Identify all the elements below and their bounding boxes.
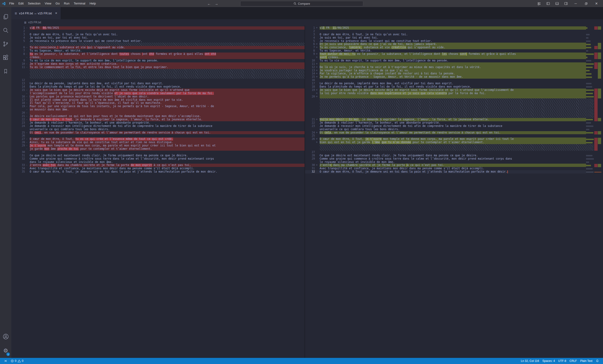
diff-row[interactable]: 8-Tu es le pouvoir, la substance, et l’i…: [11, 53, 305, 56]
tab-close-icon[interactable]: ✕: [55, 11, 58, 15]
minimize-icon[interactable]: ─: [571, 0, 580, 7]
diff-row[interactable]: [305, 111, 586, 115]
menu-terminal[interactable]: Terminal: [72, 1, 87, 6]
search-icon[interactable]: [0, 23, 11, 37]
diff-row[interactable]: 5Je reconnais ta présence dans le vivant…: [305, 40, 586, 43]
menu-edit[interactable]: Edit: [16, 1, 26, 6]
diff-row[interactable]: 16: [305, 79, 586, 82]
diff-row[interactable]: 7Tu es Sagesse, Amour, et Vérité.: [11, 49, 305, 53]
diff-row[interactable]: 33-J'entre avec toi dans ma chambre secr…: [11, 164, 305, 167]
menu-view[interactable]: View: [43, 1, 53, 6]
diff-row[interactable]: 32Comme une graine qui commence à croîtr…: [11, 157, 305, 160]
diff-row[interactable]: 19+Je sais que le bien que je désire exi…: [305, 89, 586, 92]
diff-row[interactable]: 2: [305, 30, 586, 33]
status-item-crlf[interactable]: CRLF: [568, 358, 579, 364]
diff-row[interactable]: 6+Et je suis une poussière dans ce que j…: [305, 43, 586, 46]
diff-row[interactable]: 20+: [305, 95, 586, 98]
command-center[interactable]: Compare: [240, 1, 363, 6]
diff-row[interactable]: [11, 75, 305, 79]
diff-row[interactable]: 18Dans la plénitude du temps et par la l…: [305, 85, 586, 89]
diff-row[interactable]: [11, 69, 305, 72]
status-item-ln-32-col-116[interactable]: Ln 32, Col 116: [519, 358, 541, 364]
diff-row[interactable]: 14+Par la vigilance, je m'efforce à chaq…: [305, 72, 586, 75]
diff-row[interactable]: [11, 72, 305, 75]
diff-row[interactable]: 26+Ô cœur de mon être, ô Tout, je t’ouvr…: [305, 137, 586, 141]
diff-row[interactable]: 25: [305, 134, 586, 137]
diff-row[interactable]: 3Ô cœur de mon être, ô Tout, je ne fais …: [11, 33, 305, 36]
diff-row[interactable]: 12: [11, 79, 305, 82]
diff-row[interactable]: 34Avec tranquillité et confiance, je mai…: [11, 167, 305, 170]
diff-row[interactable]: universelle ce qui comblera tous les bon…: [305, 128, 586, 131]
diff-row[interactable]: [305, 105, 586, 108]
diff-row[interactable]: 9Tu es la vie de mon esprit, le support …: [11, 59, 305, 62]
diff-row[interactable]: 15+Je ne permets qu'à ta présence - Sage…: [305, 75, 586, 79]
diff-row[interactable]: 28Ce que je désire est maintenant rendu …: [305, 154, 586, 157]
diff-row[interactable]: 19-Pour cela, par une vigilance de tous …: [11, 105, 305, 108]
toggle-panel-icon[interactable]: [553, 0, 561, 7]
diff-row[interactable]: 10Tu es la vie de mon esprit, le support…: [305, 59, 586, 62]
diff-row[interactable]: [305, 102, 586, 105]
menu-file[interactable]: File: [7, 1, 16, 6]
diff-row[interactable]: 11+: [305, 62, 586, 66]
diff-row[interactable]: 23Je demande à réaliser l’harmonie, le b…: [11, 121, 305, 125]
explorer-icon[interactable]: [0, 10, 11, 23]
diff-row[interactable]: 5Je reconnais ta présence dans le vivant…: [11, 40, 305, 43]
menu-go[interactable]: Go: [53, 1, 62, 6]
diff-row[interactable]: 24+Et cela, en vue de posséder la clairv…: [305, 131, 586, 135]
diff-row[interactable]: 1-v14 FR 04/08/2025: [11, 26, 305, 30]
diff-row[interactable]: 29-Je t’ouvre mon temple et te donne mon…: [11, 144, 305, 148]
diff-row[interactable]: 9+Tout autour de moi, tu es le pouvoir, …: [305, 53, 586, 56]
diff-row[interactable]: 3Ô cœur de mon être, ô Tout, je ne fais …: [305, 33, 586, 36]
diff-row[interactable]: 13Le désir de ma pensée, implanté dans m…: [11, 82, 305, 85]
diff-row[interactable]: 29Comme une graine qui commence à croîtr…: [305, 157, 586, 160]
breadcrumb[interactable]: ≣ v15 FR.txt: [11, 19, 603, 25]
diff-row[interactable]: 25-Et ceci, en vue de posséder la clairv…: [11, 131, 305, 135]
diff-row[interactable]: 17Le désir de ma pensée, implanté dans m…: [305, 82, 586, 85]
bookmarks-icon[interactable]: [0, 65, 11, 78]
diff-pane-modified[interactable]: 1+v15 FR 11/08/202523Ô cœur de mon être,…: [305, 26, 586, 173]
extensions-icon[interactable]: [0, 51, 11, 65]
diff-row[interactable]: 15-Je sais que le bien que je désire exi…: [11, 89, 305, 92]
diff-row[interactable]: 21+Voilà mon désir : En moi, je demande …: [305, 118, 586, 121]
diff-row[interactable]: 18-Il faut qu’il s’enracine, il faut qu’…: [11, 102, 305, 105]
problems-indicator[interactable]: 0 0: [9, 358, 25, 364]
source-control-icon[interactable]: [0, 37, 11, 51]
navigate-back-icon[interactable]: ←: [207, 2, 211, 6]
diff-row[interactable]: +la loi pour être rendu visible dans mon…: [305, 92, 586, 95]
diff-row[interactable]: [305, 148, 586, 151]
navigate-forward-icon[interactable]: →: [215, 2, 218, 6]
diff-row[interactable]: -je garde mon âme proche de toi pour te …: [11, 148, 305, 151]
diff-row[interactable]: 35Ô cœur de mon être, ô Tout, je demeure…: [11, 170, 305, 173]
diff-row[interactable]: 21-Je désire exclusivement ce qui est bo…: [11, 115, 305, 118]
diff-row[interactable]: 4Je suis en toi, par toi et avec toi.: [305, 36, 586, 40]
diff-row[interactable]: 6-Tu es conscience, substance et vie qui…: [11, 46, 305, 49]
diff-row[interactable]: 12+De là où je suis, je cherche à te voi…: [305, 66, 586, 69]
diff-row[interactable]: 11-Tu es le commencement et la fin, et e…: [11, 66, 305, 69]
minimap[interactable]: [586, 26, 594, 358]
diff-row[interactable]: [11, 43, 305, 46]
diff-row[interactable]: [305, 108, 586, 111]
account-icon[interactable]: [0, 330, 11, 343]
status-item-plain-text[interactable]: Plain Text: [579, 358, 594, 364]
diff-row[interactable]: +bien qui est en toi et je garde l'âme q…: [305, 141, 586, 144]
diff-row[interactable]: universelle ce qui comblera tous les bon…: [11, 128, 305, 131]
diff-row[interactable]: 22-Ô cœur de mon être, ô Tout, je demand…: [11, 118, 305, 121]
diff-row[interactable]: -créées.: [11, 56, 305, 59]
diff-row[interactable]: dans le royaume silencieux et invisible …: [11, 160, 305, 164]
diff-row[interactable]: 32Ô cœur de mon être, ô Tout, je demeure…: [305, 170, 586, 173]
diff-row[interactable]: 30+J'entre dans ma chambre secrète et je…: [305, 164, 586, 167]
diff-row[interactable]: 4Je suis en toi, par toi et avec toi.: [11, 36, 305, 40]
diff-row[interactable]: -se mouvoir dans mon âme.: [11, 108, 305, 111]
diff-row[interactable]: 23Je demande à recevoir mon intelligence…: [305, 125, 586, 128]
diff-row[interactable]: -l'accomplissement de la loi pour être r…: [11, 92, 305, 95]
diff-row[interactable]: 27-Ô cœur de mon être, ô Tout, tu es ce …: [11, 137, 305, 141]
diff-row[interactable]: 13+Je voudrais partager la magnificence …: [305, 69, 586, 72]
close-icon[interactable]: ✕: [592, 0, 601, 7]
diff-row[interactable]: 8Tu es Sagesse, Amour, et Vérité.: [305, 49, 586, 53]
diff-row[interactable]: [305, 115, 586, 118]
overview-ruler[interactable]: [594, 26, 601, 358]
diff-row[interactable]: 31Ce que je désire est maintenant rendu …: [11, 154, 305, 157]
diff-row[interactable]: 27: [305, 151, 586, 154]
diff-row[interactable]: 31Avec tranquillité et confiance, je mai…: [305, 167, 586, 170]
diff-row[interactable]: 1+v15 FR 11/08/2025: [305, 26, 586, 30]
